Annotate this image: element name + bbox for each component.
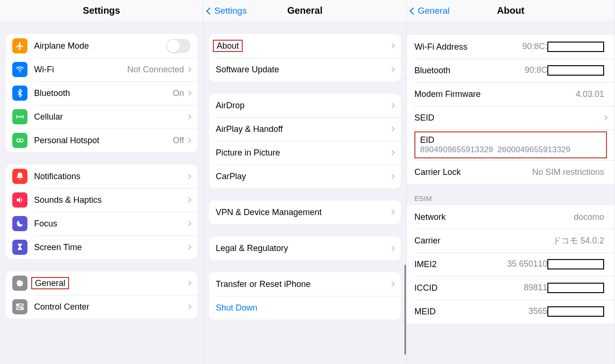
eid-label: EID: [420, 135, 601, 145]
row-value: On: [173, 88, 184, 98]
about-label: Network: [414, 212, 574, 222]
row[interactable]: Transfer or Reset iPhone: [209, 272, 401, 296]
chevron-left-icon: [410, 7, 417, 15]
chevron-right-icon: [389, 245, 395, 251]
row-label: Personal Hotspot: [34, 136, 173, 146]
row-label: Software Update: [216, 65, 390, 75]
chevron-right-icon: [186, 173, 191, 179]
row[interactable]: About: [209, 34, 401, 58]
redacted-box: [547, 283, 604, 293]
toggle[interactable]: [166, 39, 191, 53]
row-label: AirPlay & Handoff: [216, 124, 390, 134]
chevron-right-icon: [186, 244, 191, 250]
row-cellular[interactable]: Cellular: [6, 105, 197, 129]
chevron-right-icon: [186, 90, 191, 95]
about-row: Carrier LockNo SIM restrictions: [407, 160, 615, 184]
moon-icon: [12, 216, 27, 231]
row[interactable]: Legal & Regulatory: [209, 236, 401, 260]
chevron-right-icon: [186, 280, 191, 286]
row-label: Airplane Mode: [34, 41, 166, 51]
about-row: MEID3565: [407, 300, 615, 323]
page-title: General: [287, 5, 322, 16]
svg-point-2: [17, 139, 20, 142]
chevron-left-icon: [206, 7, 214, 15]
back-button[interactable]: General: [411, 0, 450, 22]
row-label: VPN & Device Management: [216, 208, 390, 217]
about-value: docomo: [574, 212, 604, 222]
row-speaker[interactable]: Sounds & Haptics: [6, 188, 197, 212]
about-value: No SIM restrictions: [532, 167, 604, 177]
chevron-right-icon: [186, 304, 191, 309]
about-label: Modem Firmware: [414, 89, 576, 99]
svg-point-5: [18, 304, 18, 305]
about-row: Networkdocomo: [407, 205, 615, 229]
redacted-box: [547, 65, 604, 76]
row[interactable]: Shut Down: [209, 296, 401, 320]
about-row: Bluetooth90:8C: [407, 59, 615, 82]
chevron-right-icon: [389, 173, 395, 179]
eid-value: 8904909655913329 2600049655913329: [420, 145, 601, 155]
row-label: CarPlay: [216, 172, 390, 182]
row-hourglass[interactable]: Screen Time: [6, 235, 197, 259]
chevron-right-icon: [186, 67, 191, 72]
chevron-right-icon: [389, 281, 395, 286]
back-label: Settings: [214, 6, 247, 16]
row-label: General: [34, 278, 187, 288]
row[interactable]: CarPlay: [209, 165, 401, 188]
switches-icon: [12, 299, 27, 314]
about-value: 90:8C:: [522, 42, 604, 52]
row[interactable]: Software Update: [209, 58, 401, 81]
chevron-right-icon: [186, 197, 191, 202]
chevron-right-icon: [389, 126, 395, 131]
bell-icon: [12, 169, 27, 184]
row-moon[interactable]: Focus: [6, 212, 197, 235]
back-label: General: [418, 6, 450, 16]
row-bell[interactable]: Notifications: [6, 165, 197, 188]
about-row: ICCID89811: [407, 276, 615, 300]
row-label: Cellular: [34, 112, 187, 122]
row[interactable]: AirDrop: [209, 94, 401, 117]
speaker-icon: [12, 192, 27, 208]
row-airplane[interactable]: Airplane Mode: [6, 34, 197, 58]
row-label: Focus: [34, 219, 187, 229]
row[interactable]: VPN & Device Management: [209, 200, 401, 224]
row-hotspot[interactable]: Personal HotspotOff: [6, 129, 197, 152]
chevron-right-icon: [186, 138, 191, 143]
redacted-box: [547, 42, 604, 52]
row-wifi[interactable]: Wi-FiNot Connected: [6, 58, 197, 81]
gear-icon: [12, 276, 27, 291]
bluetooth-icon: [12, 86, 27, 101]
about-label: Bluetooth: [414, 66, 525, 76]
row-label: Wi-Fi: [34, 65, 127, 75]
about-row[interactable]: SEID: [407, 106, 615, 130]
chevron-right-icon: [186, 221, 191, 226]
row-label: Shut Down: [216, 303, 394, 313]
chevron-right-icon: [602, 115, 607, 120]
chevron-right-icon: [186, 114, 191, 119]
row-switches[interactable]: Control Center: [6, 295, 197, 319]
row-label: Transfer or Reset iPhone: [216, 279, 390, 289]
chevron-right-icon: [389, 103, 395, 108]
row-label: Picture in Picture: [216, 148, 390, 158]
about-pane: General About Wi-Fi Address90:8C:Bluetoo…: [407, 0, 615, 364]
redacted-box: [547, 306, 604, 317]
about-label: Carrier Lock: [414, 167, 532, 177]
page-title: Settings: [83, 5, 120, 16]
about-label: IMEI2: [414, 260, 507, 269]
about-label: ICCID: [414, 283, 524, 293]
general-pane: Settings General AboutSoftware Update Ai…: [203, 0, 407, 364]
svg-point-3: [20, 139, 23, 142]
svg-point-1: [19, 116, 20, 117]
row[interactable]: Picture in Picture: [209, 141, 401, 165]
row-bluetooth[interactable]: BluetoothOn: [6, 81, 197, 105]
row-label: Bluetooth: [34, 88, 173, 98]
row-gear[interactable]: General: [6, 271, 197, 295]
navbar: General About: [407, 0, 615, 22]
chevron-right-icon: [389, 67, 395, 72]
about-label: MEID: [414, 307, 528, 317]
back-button[interactable]: Settings: [207, 0, 247, 22]
chevron-right-icon: [389, 43, 395, 48]
about-value: ドコモ 54.0.2: [553, 235, 604, 246]
row[interactable]: AirPlay & Handoff: [209, 117, 401, 141]
row-value: Off: [173, 136, 184, 146]
